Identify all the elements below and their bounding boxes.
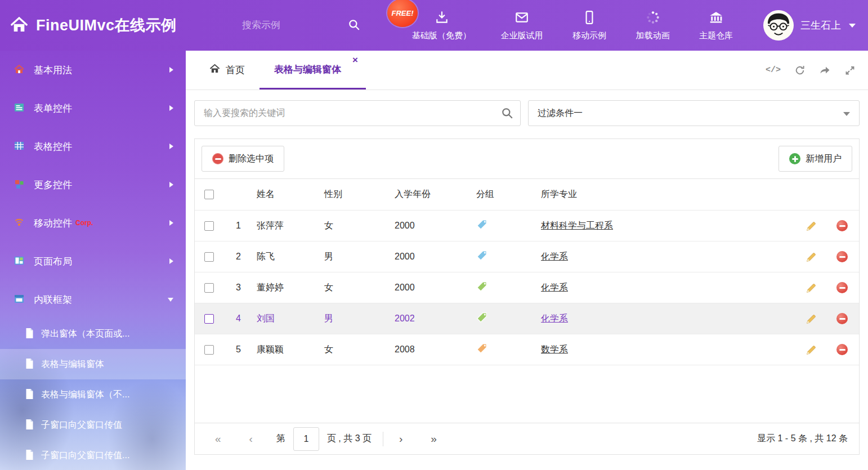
major-link[interactable]: 化学系: [541, 252, 568, 261]
edit-icon[interactable]: [797, 344, 825, 356]
file-icon: [25, 419, 34, 432]
column-header-gender[interactable]: 性别: [316, 189, 383, 200]
tab-grid-edit-window[interactable]: 表格与编辑窗体 ×: [259, 51, 366, 89]
column-header-name[interactable]: 姓名: [245, 189, 316, 200]
delete-icon[interactable]: [836, 282, 848, 293]
table-row-selected[interactable]: 4 刘国 男 2002 化学系: [195, 303, 859, 334]
cell-name: 康颖颖: [245, 344, 316, 356]
first-page-icon[interactable]: «: [211, 433, 226, 444]
last-page-icon[interactable]: »: [426, 433, 441, 444]
layout-icon: [14, 255, 25, 268]
delete-icon[interactable]: [836, 344, 848, 355]
home-icon: [10, 16, 28, 35]
table-row[interactable]: 5 康颖颖 女 2008 数学系: [195, 334, 859, 365]
nav-loading-animation[interactable]: 加载动画: [634, 10, 672, 41]
expand-icon[interactable]: [844, 65, 856, 76]
tab-bar: 首页 表格与编辑窗体 × </>: [186, 51, 868, 90]
major-link[interactable]: 材料科学与工程系: [541, 221, 613, 230]
edit-icon[interactable]: [797, 313, 825, 325]
sidebar-subitem-child-to-parent-2[interactable]: 子窗口向父窗口传值...: [0, 440, 186, 470]
delete-icon[interactable]: [836, 313, 848, 324]
sidebar-subitem-popup-window[interactable]: 弹出窗体（本页面或...: [0, 319, 186, 349]
nav-enterprise-trial[interactable]: 企业版试用: [499, 10, 545, 41]
row-checkbox[interactable]: [204, 221, 214, 231]
filter-dropdown-value: 过滤条件一: [538, 108, 583, 119]
edit-icon[interactable]: [797, 220, 825, 232]
sidebar-item-form-controls[interactable]: 表单控件: [0, 89, 186, 127]
row-checkbox[interactable]: [204, 283, 214, 293]
close-icon[interactable]: ×: [352, 55, 358, 65]
chevron-right-icon: [169, 258, 173, 264]
nav-basic-free[interactable]: 基础版（免费）: [410, 10, 473, 41]
tab-tools: </>: [766, 51, 856, 89]
edit-icon[interactable]: [797, 282, 825, 294]
column-header-year[interactable]: 入学年份: [383, 189, 465, 200]
file-icon: [25, 388, 34, 401]
row-checkbox[interactable]: [204, 345, 214, 355]
cell-group: [465, 250, 530, 263]
major-link[interactable]: 化学系: [541, 314, 568, 323]
chevron-right-icon: [169, 105, 173, 111]
table-row[interactable]: 1 张萍萍 女 2000 材料科学与工程系: [195, 211, 859, 241]
sidebar-subitem-grid-edit-window-2[interactable]: 表格与编辑窗体（不...: [0, 379, 186, 410]
sidebar-item-more-controls[interactable]: 更多控件: [0, 165, 186, 204]
nav-mobile-demo[interactable]: 移动示例: [570, 10, 609, 41]
delete-icon[interactable]: [836, 220, 848, 231]
edit-icon[interactable]: [797, 251, 825, 263]
tag-icon: [476, 219, 487, 230]
column-header-group[interactable]: 分组: [465, 189, 530, 200]
row-checkbox[interactable]: [204, 252, 214, 262]
brand-logo[interactable]: FineUIMvc在线示例: [10, 0, 177, 51]
page-number-input[interactable]: [293, 427, 319, 451]
add-user-button[interactable]: 新增用户: [778, 146, 852, 172]
sidebar-item-grid-controls[interactable]: 表格控件: [0, 127, 186, 165]
tab-home[interactable]: 首页: [195, 51, 259, 89]
sidebar-subitem-grid-edit-window[interactable]: 表格与编辑窗体: [0, 349, 186, 379]
cell-name: 张萍萍: [245, 220, 316, 232]
chevron-right-icon: [169, 182, 173, 187]
header-search: [242, 0, 360, 51]
search-icon[interactable]: [348, 19, 360, 33]
delete-icon[interactable]: [836, 251, 848, 262]
sidebar-item-mobile-controls[interactable]: 移动控件 Corp.: [0, 204, 186, 242]
sidebar-item-inline-frame[interactable]: 内联框架: [0, 280, 186, 319]
cell-gender: 男: [316, 313, 383, 325]
major-link[interactable]: 数学系: [541, 344, 568, 354]
search-icon[interactable]: [501, 107, 513, 121]
row-number: 5: [223, 344, 245, 355]
user-menu[interactable]: 三生石上: [763, 0, 856, 51]
download-icon: [435, 10, 449, 26]
user-name: 三生石上: [800, 19, 841, 32]
table-row[interactable]: 3 董婷婷 女 2000 化学系: [195, 272, 859, 303]
header-search-input[interactable]: [242, 20, 326, 31]
filter-dropdown[interactable]: 过滤条件一: [528, 100, 860, 126]
sidebar-subitem-child-to-parent[interactable]: 子窗口向父窗口传值: [0, 410, 186, 440]
major-link[interactable]: 化学系: [541, 283, 568, 292]
house-icon: [14, 64, 25, 77]
envelope-icon: [514, 10, 529, 26]
file-icon: [25, 328, 34, 341]
share-icon[interactable]: [819, 65, 831, 76]
tag-icon: [476, 281, 487, 292]
prev-page-icon[interactable]: ‹: [245, 433, 257, 444]
delete-selected-button[interactable]: 删除选中项: [202, 146, 284, 172]
refresh-icon[interactable]: [794, 65, 806, 76]
app-title: FineUIMvc在线示例: [36, 15, 177, 35]
select-all-checkbox[interactable]: [204, 190, 214, 199]
column-header-major[interactable]: 所学专业: [530, 189, 797, 200]
nav-theme-repo[interactable]: 主题仓库: [697, 10, 735, 41]
file-icon: [25, 449, 34, 462]
frame-icon: [14, 293, 25, 306]
source-code-icon[interactable]: </>: [766, 65, 781, 75]
sidebar-item-basic-usage[interactable]: 基本用法: [0, 51, 186, 89]
row-number: 2: [223, 252, 245, 262]
next-page-icon[interactable]: ›: [395, 433, 407, 444]
keyword-search-input[interactable]: [194, 100, 521, 126]
spinner-icon: [646, 10, 660, 26]
sidebar-item-page-layout[interactable]: 页面布局: [0, 242, 186, 280]
row-checkbox[interactable]: [204, 314, 214, 324]
table-row[interactable]: 2 陈飞 男 2000 化学系: [195, 241, 859, 272]
record-summary: 显示 1 - 5 条 , 共 12 条: [757, 433, 848, 445]
mobile-icon: [582, 10, 597, 26]
filter-row: 过滤条件一: [194, 100, 860, 126]
